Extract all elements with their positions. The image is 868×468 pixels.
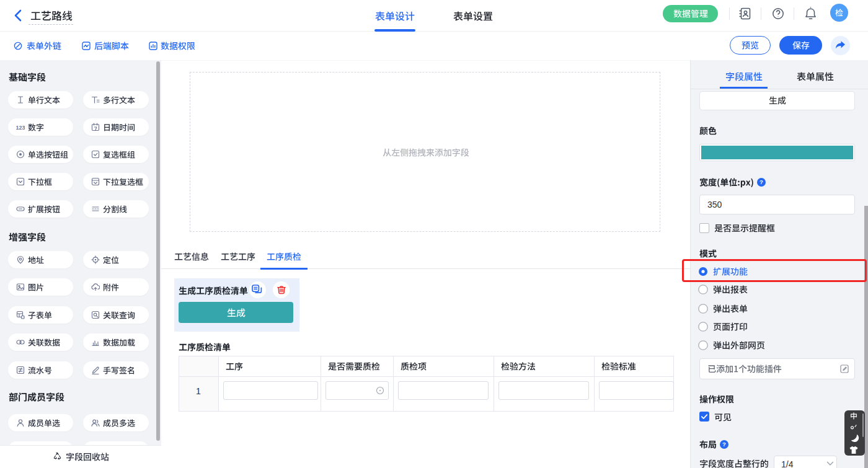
svg-text:123: 123 bbox=[16, 125, 25, 131]
svg-text:?: ? bbox=[760, 179, 763, 185]
svg-text:?: ? bbox=[722, 441, 726, 448]
